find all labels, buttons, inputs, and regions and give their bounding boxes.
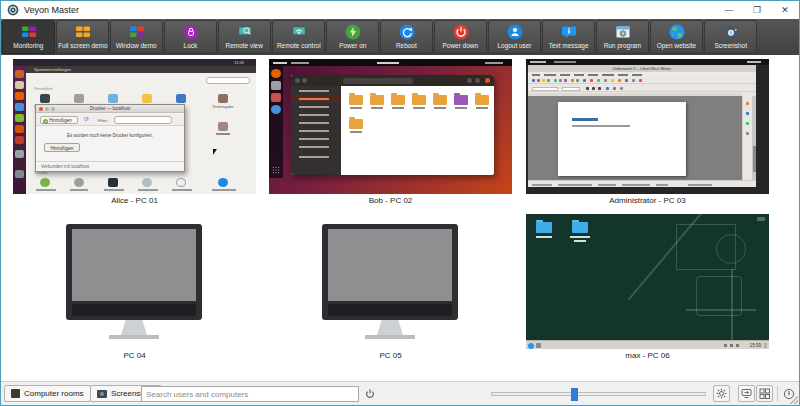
open-website-button[interactable]: Open website bbox=[650, 20, 703, 54]
veyon-master-window: Veyon Master — ❐ ✕ Monitoring Full scree… bbox=[0, 0, 800, 406]
minimize-button[interactable]: — bbox=[715, 1, 743, 19]
monitor-arrange-icon bbox=[741, 388, 752, 399]
computer-tile-pc04[interactable]: PC 04 bbox=[13, 214, 256, 360]
alice-caption-textinput: Texteingabe bbox=[212, 104, 234, 109]
power-down-icon bbox=[452, 23, 470, 41]
plus-icon: + bbox=[43, 119, 48, 124]
computer-label: PC 05 bbox=[269, 351, 512, 360]
window-controls: — ❐ ✕ bbox=[715, 1, 799, 19]
toolbar: Monitoring Full screen demo Window demo … bbox=[1, 19, 799, 55]
window-demo-button[interactable]: Window demo bbox=[110, 20, 163, 54]
remote-view-icon bbox=[236, 23, 254, 41]
computer-tile-bob-pc02[interactable]: Bob - PC 02 bbox=[269, 59, 512, 205]
computer-label: Bob - PC 02 bbox=[269, 196, 512, 205]
screenshot-icon bbox=[722, 23, 740, 41]
grid-icon bbox=[759, 388, 770, 399]
lock-button[interactable]: Lock bbox=[164, 20, 217, 54]
computer-tile-pc05[interactable]: PC 05 bbox=[269, 214, 512, 360]
plasma-toolbox-icon bbox=[757, 217, 765, 221]
computer-rooms-icon bbox=[11, 389, 20, 398]
alice-dialog-message: Es wurden noch keine Drucker konfigurier… bbox=[36, 133, 184, 138]
logout-user-icon bbox=[506, 23, 524, 41]
maximize-button[interactable]: ❐ bbox=[743, 1, 771, 19]
fullscreen-demo-icon bbox=[74, 23, 92, 41]
alice-desktop-thumbnail: 11:09 Systemeinstellungen Persön bbox=[13, 59, 256, 194]
power-down-button[interactable]: Power down bbox=[434, 20, 487, 54]
power-on-icon bbox=[344, 23, 362, 41]
writer-window-title: Unbenannt 1 – LibreOffice Writer bbox=[528, 65, 756, 72]
alice-clock: 11:09 bbox=[234, 60, 244, 65]
powered-on-filter-button[interactable] bbox=[363, 387, 377, 401]
offline-monitor-icon bbox=[269, 214, 512, 349]
bob-files-window bbox=[291, 75, 494, 175]
power-on-button[interactable]: Power on bbox=[326, 20, 379, 54]
fullscreen-demo-button[interactable]: Full screen demo bbox=[56, 20, 109, 54]
computer-label: Alice - PC 01 bbox=[13, 196, 256, 205]
logout-user-button[interactable]: Logout user bbox=[488, 20, 541, 54]
alice-dialog-filter-label: Filter: bbox=[98, 118, 108, 123]
run-program-icon bbox=[614, 23, 632, 41]
computer-rooms-button[interactable]: Computer rooms bbox=[4, 385, 91, 402]
screenshots-camera-icon bbox=[97, 390, 107, 398]
remote-control-icon bbox=[290, 23, 308, 41]
alice-settings-title: Systemeinstellungen bbox=[34, 67, 71, 72]
veyon-logo-icon bbox=[7, 4, 19, 16]
computer-label: Administrator - PC 03 bbox=[526, 196, 769, 205]
offline-monitor-icon bbox=[13, 214, 256, 349]
writer-scrollbar bbox=[752, 96, 756, 180]
text-message-button[interactable]: Text message bbox=[542, 20, 595, 54]
alice-section-personal: Persönlich bbox=[34, 86, 53, 91]
monitoring-button[interactable]: Monitoring bbox=[2, 20, 55, 54]
remote-control-button[interactable]: Remote control bbox=[272, 20, 325, 54]
gear-icon bbox=[716, 388, 727, 399]
lock-icon bbox=[182, 23, 200, 41]
computer-arrangement-button[interactable] bbox=[738, 385, 755, 402]
alice-dialog-title: Drucker — localhost bbox=[36, 106, 184, 111]
close-button[interactable]: ✕ bbox=[771, 1, 799, 19]
writer-sidebar bbox=[742, 96, 752, 180]
text-message-icon bbox=[560, 23, 578, 41]
alice-dialog-status: Verbunden mit localhost bbox=[41, 164, 89, 169]
computer-tile-alice-pc01[interactable]: 11:09 Systemeinstellungen Persön bbox=[13, 59, 256, 205]
max-desktop-thumbnail: 15:59 bbox=[526, 214, 769, 349]
computer-tile-max-pc06[interactable]: 15:59 max - PC 06 bbox=[526, 214, 769, 360]
slider-handle[interactable] bbox=[571, 388, 578, 401]
search-input[interactable] bbox=[141, 386, 359, 402]
computer-monitoring-area: 11:09 Systemeinstellungen Persön bbox=[1, 55, 799, 383]
window-demo-icon bbox=[128, 23, 146, 41]
bob-dock bbox=[269, 66, 283, 178]
run-program-button[interactable]: Run program bbox=[596, 20, 649, 54]
statusbar: Computer rooms Screenshots bbox=[1, 381, 799, 405]
writer-document-page bbox=[558, 102, 686, 176]
titlebar: Veyon Master — ❐ ✕ bbox=[1, 1, 799, 19]
alice-launcher bbox=[13, 66, 26, 194]
kde-folder-icon bbox=[536, 222, 552, 233]
window-title: Veyon Master bbox=[24, 5, 79, 15]
computer-label: max - PC 06 bbox=[526, 351, 769, 360]
computer-label: PC 04 bbox=[13, 351, 256, 360]
kde-folder-icon bbox=[572, 222, 588, 233]
reboot-icon bbox=[398, 23, 416, 41]
bob-files-sidebar bbox=[291, 86, 341, 175]
open-website-icon bbox=[668, 23, 686, 41]
reboot-button[interactable]: Reboot bbox=[380, 20, 433, 54]
statusbar-separator bbox=[777, 386, 778, 401]
align-to-grid-button[interactable] bbox=[756, 385, 773, 402]
alice-mouse-cursor bbox=[213, 149, 217, 155]
thumbnail-size-slider[interactable] bbox=[491, 392, 706, 396]
computer-tile-administrator-pc03[interactable]: Unbenannt 1 – LibreOffice Writer bbox=[526, 59, 769, 205]
writer-window: Unbenannt 1 – LibreOffice Writer bbox=[528, 65, 756, 187]
remote-view-button[interactable]: Remote view bbox=[218, 20, 271, 54]
monitoring-grid-icon bbox=[20, 23, 38, 41]
alice-settings-search bbox=[206, 77, 250, 84]
kde-clock: 15:59 bbox=[750, 343, 761, 348]
refresh-icon: ⟳ bbox=[84, 117, 89, 122]
screenshot-button[interactable]: Screenshot bbox=[704, 20, 757, 54]
administrator-desktop-thumbnail: Unbenannt 1 – LibreOffice Writer bbox=[526, 59, 769, 194]
alice-dialog-add-button-2: Hinzufügen bbox=[44, 143, 80, 152]
resize-grip[interactable] bbox=[790, 396, 798, 404]
kde-taskbar: 15:59 bbox=[526, 340, 769, 349]
alice-dialog-add-button: + Hinzufügen bbox=[40, 116, 78, 124]
alice-dialog-filter-field bbox=[114, 116, 172, 124]
adjust-icon-size-button[interactable] bbox=[713, 385, 730, 402]
